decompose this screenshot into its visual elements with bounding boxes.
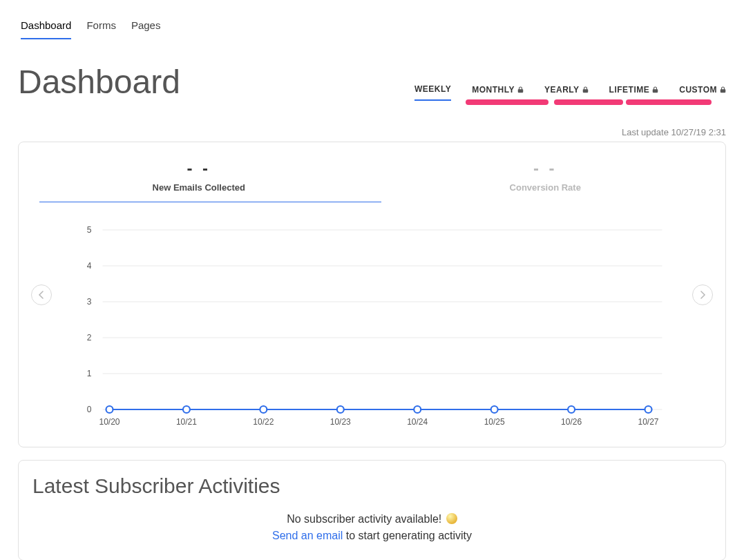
nav-item-pages[interactable]: Pages <box>131 14 161 39</box>
annotation-underline <box>554 99 623 105</box>
range-tab-custom[interactable]: CUSTOM <box>679 85 726 100</box>
svg-point-20 <box>106 406 113 413</box>
metric-tabs: - - New Emails Collected - - Conversion … <box>26 155 718 202</box>
chart-card: - - New Emails Collected - - Conversion … <box>18 142 726 447</box>
top-nav: Dashboard Forms Pages <box>18 14 726 39</box>
range-tab-label: WEEKLY <box>414 84 451 94</box>
activities-card: Latest Subscriber Activities No subscrib… <box>18 460 726 560</box>
chevron-right-icon <box>699 291 706 299</box>
svg-point-23 <box>337 406 344 413</box>
activities-empty-state: No subscriber activity available! Send a… <box>32 513 712 542</box>
nav-item-dashboard[interactable]: Dashboard <box>21 14 71 39</box>
svg-text:10/21: 10/21 <box>176 417 197 427</box>
svg-text:10/26: 10/26 <box>561 417 582 427</box>
svg-text:10/22: 10/22 <box>253 417 274 427</box>
metric-tab-conversion-rate[interactable]: - - Conversion Rate <box>372 155 719 202</box>
chart-svg: 01234510/2010/2110/2210/2310/2410/2510/2… <box>74 223 670 430</box>
lock-icon <box>652 86 658 93</box>
metric-label: New Emails Collected <box>26 182 372 193</box>
svg-point-27 <box>645 406 652 413</box>
annotation-underline <box>649 99 712 105</box>
range-tab-label: YEARLY <box>544 85 580 95</box>
empty-line-2: Send an email to start generating activi… <box>32 530 712 542</box>
lock-icon <box>517 86 524 93</box>
empty-suffix: to start generating activity <box>343 530 472 541</box>
empty-text: No subscriber activity available! <box>287 513 441 525</box>
svg-text:10/23: 10/23 <box>330 417 351 427</box>
page-title: Dashboard <box>18 63 180 101</box>
svg-text:3: 3 <box>87 297 92 307</box>
svg-text:4: 4 <box>87 261 92 271</box>
chart-prev-button[interactable] <box>31 284 52 305</box>
svg-point-21 <box>183 406 190 413</box>
metric-value: - - <box>26 159 372 178</box>
range-tab-yearly[interactable]: YEARLY <box>544 85 589 100</box>
ball-emoji-icon <box>446 513 457 524</box>
metric-label: Conversion Rate <box>372 182 719 193</box>
svg-text:5: 5 <box>87 225 92 235</box>
svg-point-24 <box>414 406 421 413</box>
metric-value: - - <box>372 159 719 178</box>
svg-text:10/27: 10/27 <box>638 417 658 427</box>
metric-tab-new-emails[interactable]: - - New Emails Collected <box>26 155 372 202</box>
svg-text:2: 2 <box>87 333 92 342</box>
range-tab-weekly[interactable]: WEEKLY <box>414 84 451 101</box>
range-tabs: WEEKLY MONTHLY YEARLY LIFETIME CUSTOM <box>414 84 726 101</box>
range-tab-label: LIFETIME <box>609 85 650 95</box>
chart: 01234510/2010/2110/2210/2310/2410/2510/2… <box>74 223 670 430</box>
activities-heading: Latest Subscriber Activities <box>32 474 712 498</box>
chevron-left-icon <box>38 291 45 299</box>
range-tab-label: MONTHLY <box>472 85 515 95</box>
lock-icon <box>720 86 726 93</box>
svg-text:10/25: 10/25 <box>484 417 505 427</box>
annotation-underline <box>466 99 549 105</box>
range-tab-label: CUSTOM <box>679 85 717 95</box>
range-tab-monthly[interactable]: MONTHLY <box>472 85 524 100</box>
svg-text:10/24: 10/24 <box>407 417 428 427</box>
svg-text:0: 0 <box>87 405 92 414</box>
svg-text:10/20: 10/20 <box>99 417 120 427</box>
svg-point-25 <box>491 406 498 413</box>
lock-icon <box>582 86 589 93</box>
svg-text:1: 1 <box>87 369 92 378</box>
nav-item-forms[interactable]: Forms <box>86 14 116 39</box>
svg-point-26 <box>568 406 575 413</box>
send-email-link[interactable]: Send an email <box>272 530 343 541</box>
last-update: Last update 10/27/19 2:31 <box>18 127 726 137</box>
title-row: Dashboard WEEKLY MONTHLY YEARLY LIFETIME… <box>18 63 726 101</box>
empty-line-1: No subscriber activity available! <box>32 513 712 525</box>
svg-point-22 <box>260 406 267 413</box>
range-tab-lifetime[interactable]: LIFETIME <box>609 85 659 100</box>
chart-next-button[interactable] <box>692 284 713 305</box>
